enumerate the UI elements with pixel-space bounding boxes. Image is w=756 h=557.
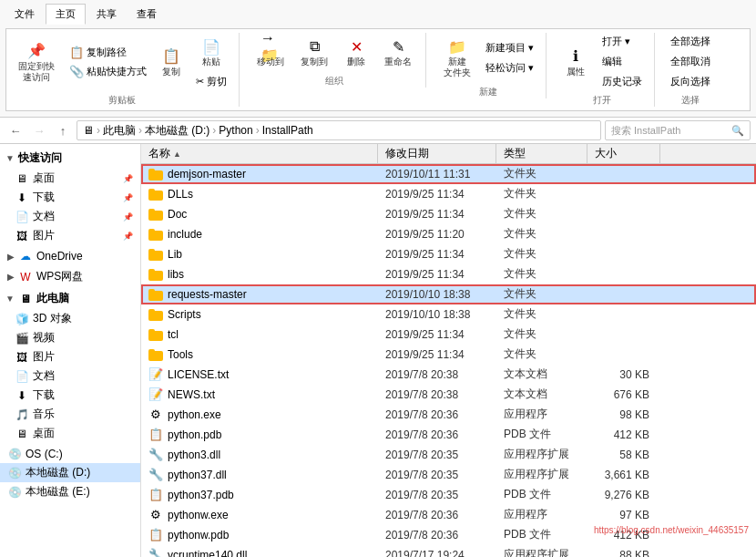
file-name-label: requests-master — [168, 288, 247, 301]
sidebar-item-downloads[interactable]: ⬇ 下载 📌 — [7, 188, 140, 207]
file-date-cell: 2019/9/25 11:34 — [378, 266, 496, 283]
table-row[interactable]: Doc2019/9/25 11:34文件夹 — [141, 204, 756, 224]
table-row[interactable]: Scripts2019/10/10 18:38文件夹 — [141, 304, 756, 325]
sidebar-item-e[interactable]: 💿 本地磁盘 (E:) — [0, 482, 140, 501]
sidebar-item-c[interactable]: 💿 OS (C:) — [0, 445, 140, 463]
file-name-cell: 🔧python3.dll — [141, 446, 378, 464]
folder-icon — [148, 347, 163, 362]
table-row[interactable]: requests-master2019/10/10 18:38文件夹 — [141, 284, 756, 304]
sidebar-item-onedrive[interactable]: ▶ ☁ OneDrive — [0, 247, 140, 265]
breadcrumb-installpath[interactable]: InstallPath — [262, 124, 313, 137]
breadcrumb-thispc[interactable]: 此电脑 — [103, 123, 136, 139]
back-button[interactable]: ← — [5, 120, 26, 140]
pin-quick-access-button[interactable]: 📌 固定到快速访问 — [12, 37, 61, 87]
table-row[interactable]: 🔧python37.dll2019/7/8 20:35应用程序扩展3,661 K… — [141, 465, 756, 485]
col-header-type[interactable]: 类型 — [496, 144, 587, 163]
file-name-cell: 📋pythonw.pdb — [141, 526, 378, 544]
downloads-icon: ⬇ — [15, 191, 29, 205]
docs-icon: 📄 — [15, 210, 29, 224]
rename-button[interactable]: ✎ 重命名 — [378, 33, 418, 71]
paste-button[interactable]: 📄 粘贴 — [195, 33, 228, 71]
sidebar-item-3d[interactable]: 🧊 3D 对象 — [7, 309, 140, 328]
pin-indicator4: 📌 — [123, 232, 133, 241]
table-row[interactable]: ⚙pythonw.exe2019/7/8 20:36应用程序97 KB — [141, 505, 756, 525]
sidebar-item-d[interactable]: 💿 本地磁盘 (D:) — [0, 463, 140, 482]
up-button[interactable]: ↑ — [53, 120, 73, 140]
new-folder-button[interactable]: 📁 新建文件夹 — [437, 33, 477, 82]
table-row[interactable]: tcl2019/9/25 11:34文件夹 — [141, 325, 756, 345]
easy-access-button[interactable]: 轻松访问 ▾ — [481, 59, 538, 77]
tab-share[interactable]: 共享 — [87, 4, 126, 25]
sidebar-item-dl2[interactable]: ⬇ 下载 — [7, 386, 140, 405]
thispc-header[interactable]: ▼ 🖥 此电脑 — [0, 288, 140, 309]
sidebar-item-video[interactable]: 🎬 视频 — [7, 328, 140, 347]
breadcrumb-python[interactable]: Python — [219, 124, 252, 137]
music-icon: 🎵 — [15, 407, 29, 422]
table-row[interactable]: 🔧python3.dll2019/7/8 20:35应用程序扩展58 KB — [141, 445, 756, 465]
paste-shortcut-button[interactable]: 📎 粘贴快捷方式 — [65, 63, 151, 80]
sidebar-item-pictures[interactable]: 🖼 图片 📌 — [7, 226, 140, 245]
table-row[interactable]: 📝NEWS.txt2019/7/8 20:38文本文档676 KB — [141, 385, 756, 405]
table-row[interactable]: ⚙python.exe2019/7/8 20:36应用程序98 KB — [141, 405, 756, 425]
sidebar-item-desktop[interactable]: 🖥 桌面 📌 — [7, 169, 140, 188]
tab-file[interactable]: 文件 — [5, 4, 44, 25]
col-header-size[interactable]: 大小 — [587, 144, 660, 163]
sidebar-item-desk2[interactable]: 🖥 桌面 — [7, 424, 140, 443]
copy-path-button[interactable]: 📋 复制路径 — [65, 44, 151, 61]
breadcrumb-d[interactable]: 本地磁盘 (D:) — [145, 123, 209, 139]
sidebar-item-pic[interactable]: 🖼 图片 — [7, 347, 140, 366]
table-row[interactable]: Lib2019/9/25 11:34文件夹 — [141, 244, 756, 264]
file-date-cell: 2019/7/8 20:35 — [378, 487, 496, 503]
table-row[interactable]: 📋pythonw.pdb2019/7/8 20:36PDB 文件412 KB — [141, 525, 756, 545]
forward-button[interactable]: → — [29, 120, 49, 140]
edit-label: 编辑 — [602, 55, 622, 68]
tab-home[interactable]: 主页 — [46, 4, 86, 25]
sidebar-item-music[interactable]: 🎵 音乐 — [7, 405, 140, 424]
table-row[interactable]: include2019/9/25 11:20文件夹 — [141, 224, 756, 244]
table-row[interactable]: 🔧vcruntime140.dll2019/7/17 19:24应用程序扩展88… — [141, 545, 756, 557]
breadcrumb[interactable]: 🖥 › 此电脑 › 本地磁盘 (D:) › Python › InstallPa… — [77, 120, 601, 140]
pin-indicator2: 📌 — [123, 193, 133, 202]
new-item-button[interactable]: 新建项目 ▾ — [481, 39, 538, 57]
tab-view[interactable]: 查看 — [128, 4, 166, 25]
sidebar-item-doc2[interactable]: 📄 文档 — [7, 366, 140, 386]
file-name-cell: include — [141, 225, 378, 243]
table-row[interactable]: 📝LICENSE.txt2019/7/8 20:38文本文档30 KB — [141, 365, 756, 385]
sidebar-item-docs[interactable]: 📄 文档 📌 — [7, 207, 140, 226]
address-bar: ← → ↑ 🖥 › 此电脑 › 本地磁盘 (D:) › Python › Ins… — [0, 118, 756, 144]
file-size-cell — [587, 172, 660, 176]
history-button[interactable]: 历史记录 — [598, 73, 647, 90]
pdb-icon: 📋 — [148, 528, 163, 542]
table-row[interactable]: libs2019/9/25 11:34文件夹 — [141, 264, 756, 284]
file-name-label: demjson-master — [168, 168, 246, 181]
properties-icon: ℹ — [566, 46, 586, 67]
table-row[interactable]: 📋python37.pdb2019/7/8 20:35PDB 文件9,276 K… — [141, 485, 756, 505]
table-row[interactable]: demjson-master2019/10/11 11:31文件夹 — [141, 164, 756, 184]
move-to-button[interactable]: →📁 移动到 — [250, 33, 291, 71]
table-row[interactable]: 📋python.pdb2019/7/8 20:36PDB 文件412 KB — [141, 425, 756, 445]
edit-button[interactable]: 编辑 — [598, 53, 647, 70]
delete-button[interactable]: ✕ 删除 — [338, 33, 374, 71]
open-button[interactable]: 打开 ▾ — [598, 33, 647, 50]
ribbon-group-clipboard: 📌 固定到快速访问 📋 复制路径 📎 粘贴快捷方式 — [12, 33, 240, 107]
invert-selection-button[interactable]: 反向选择 — [666, 73, 715, 90]
table-row[interactable]: DLLs2019/9/25 11:34文件夹 — [141, 184, 756, 204]
select-all-button[interactable]: 全部选择 — [666, 33, 715, 50]
deselect-all-button[interactable]: 全部取消 — [666, 53, 715, 70]
search-input[interactable]: 搜索 InstallPath 🔍 — [605, 120, 751, 140]
sidebar-item-wps[interactable]: ▶ W WPS网盘 — [0, 267, 140, 286]
rename-label: 重命名 — [384, 57, 412, 67]
file-name-label: pythonw.pdb — [168, 529, 229, 542]
cut-button[interactable]: ✂ 剪切 — [191, 73, 231, 90]
col-header-date[interactable]: 修改日期 — [378, 144, 496, 163]
copy-to-button[interactable]: ⧉ 复制到 — [294, 33, 334, 71]
table-row[interactable]: Tools2019/9/25 11:34文件夹 — [141, 345, 756, 365]
file-type-cell: PDB 文件 — [496, 525, 587, 544]
quick-access-header[interactable]: ▼ 快速访问 — [0, 148, 140, 169]
properties-button[interactable]: ℹ 属性 — [557, 43, 594, 81]
col-header-name[interactable]: 名称 ▲ — [141, 144, 378, 163]
file-date-cell: 2019/7/8 20:36 — [378, 407, 496, 423]
file-name-label: libs — [168, 268, 184, 281]
pin-icon: 📌 — [26, 41, 46, 61]
copy-button[interactable]: 📋 复制 — [155, 43, 188, 81]
